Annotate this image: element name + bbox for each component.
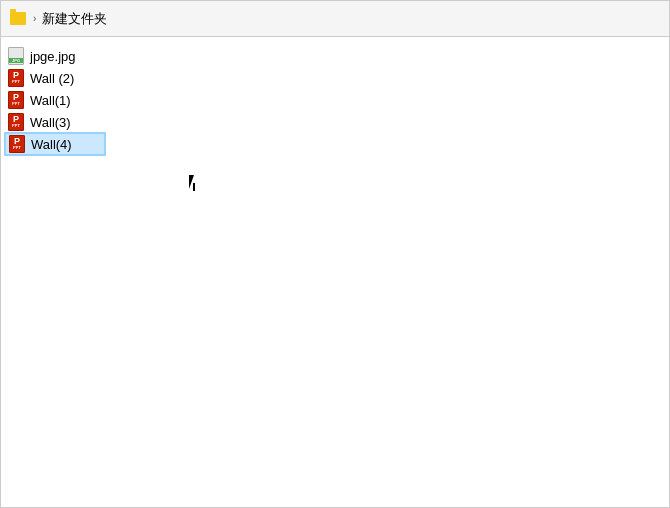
file-name: Wall(1) [30,93,71,108]
list-item[interactable]: Wall(4) [5,133,105,155]
ppt-file-icon [9,135,27,153]
folder-icon-address [9,10,27,28]
mouse-cursor [189,175,201,193]
file-name: Wall(4) [31,137,72,152]
ppt-file-icon [8,113,26,131]
file-name: Wall(3) [30,115,71,130]
breadcrumb-separator: › [33,13,36,24]
file-name: Wall (2) [30,71,74,86]
list-item[interactable]: Wall (2) [5,67,105,89]
breadcrumb-folder[interactable]: 新建文件夹 [42,10,107,28]
address-bar: › 新建文件夹 [1,1,669,37]
file-area: jpge.jpg Wall (2) Wall(1) Wall(3) [1,37,669,507]
list-item[interactable]: jpge.jpg [5,45,105,67]
jpg-file-icon [8,47,26,65]
ppt-file-icon [8,91,26,109]
list-item[interactable]: Wall(3) [5,111,105,133]
file-name: jpge.jpg [30,49,76,64]
ppt-file-icon [8,69,26,87]
list-item[interactable]: Wall(1) [5,89,105,111]
file-explorer-window: › 新建文件夹 jpge.jpg Wall (2) Wall(1) [0,0,670,508]
